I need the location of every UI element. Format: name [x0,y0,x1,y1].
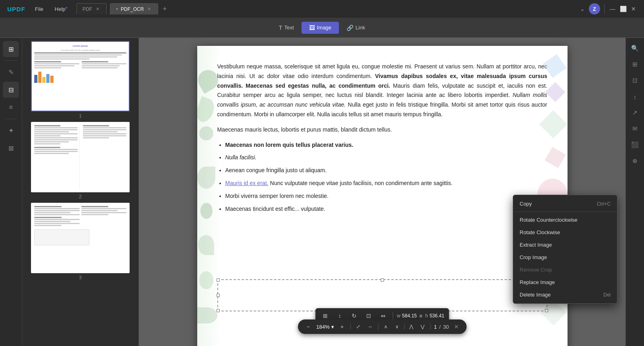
fit-page-button[interactable]: ⤢ [354,322,363,331]
context-delete[interactable]: Delete Image Del [513,288,617,301]
context-copy[interactable]: Copy Ctrl+C [513,198,617,210]
thumb-img-3 [31,203,130,273]
fit-width-button[interactable]: ↔ [366,322,375,331]
close-zoom-bar[interactable]: ✕ [452,322,461,331]
left-sidebar: ⊞ ✎ ⊟ ≡ ✦ ⊠ [0,38,22,346]
thumb-img-1: Lorem ipsum Lorem ipsum dolor sit amet, … [31,41,130,111]
right-icon-search[interactable]: 🔍 [628,41,642,56]
zoom-sep-1 [350,323,351,330]
thumbnail-1[interactable]: Lorem ipsum Lorem ipsum dolor sit amet, … [25,41,135,119]
zoom-dropdown-icon: ▾ [331,324,334,330]
thumbnail-2[interactable]: 2 [25,122,135,200]
right-icon-extra[interactable]: ⊕ [628,154,642,168]
thumbnail-3[interactable]: 3 [25,203,135,280]
sidebar-icon-ai[interactable]: ✦ [3,122,19,138]
top-right-controls: ⌄ Z — ⬜ ✕ [578,3,641,14]
bullet-1: Maecenas non lorem quis tellus placerat … [225,140,547,150]
tab-dropdown-icon[interactable]: ▾ [116,6,118,12]
sidebar-icon-templates[interactable]: ⊠ [3,140,19,156]
logo-text: UPDF [7,6,25,12]
bullet-5: Morbi viverra semper lorem nec molestie. [225,192,547,201]
selection-handle-tm[interactable] [381,278,384,282]
sidebar-icon-pages[interactable]: ⊞ [3,41,19,57]
copy-shortcut: Ctrl+C [597,201,611,207]
bullet-6-text: Maecenas tincidunt est effic... [225,206,299,212]
selection-handle-br[interactable] [545,309,548,312]
right-icon-redact[interactable]: ⬛ [628,138,642,152]
context-menu: Copy Ctrl+C Rotate Counterclockwise Rota… [513,195,617,304]
zoom-sep-4 [430,323,431,330]
sidebar-icon-organize[interactable]: ≡ [3,99,19,115]
zoom-sep-3 [404,323,405,330]
right-icon-convert[interactable]: ↕ [628,89,642,104]
sidebar-divider-1 [5,60,17,61]
close-button[interactable]: ✕ [630,5,638,13]
page-counter: 1 / 30 [434,324,449,330]
next-page-button[interactable]: ∨ [393,322,402,331]
right-icon-share[interactable]: ↗ [628,105,642,120]
tab-list-button[interactable]: ⌄ [578,5,586,13]
para-1: Vestibulum neque massa, scelerisque sit … [217,62,547,119]
link-tool-button[interactable]: 🔗 Link [339,22,373,34]
para-2: Maecenas mauris lectus, lobortis et puru… [217,125,547,135]
last-page-button[interactable]: ⋁ [418,322,427,331]
top-bar: UPDF File Help● PDF ✕ ▾ PDF_OCR ✕ + ⌄ Z … [0,0,644,18]
context-rotate-cw[interactable]: Rotate Clockwise [513,226,617,239]
edit-toolbar: T Text 🖼 Image 🔗 Link [0,18,644,38]
tab-pdf-ocr-close[interactable]: ✕ [146,6,152,12]
first-page-button[interactable]: ⋀ [407,322,416,331]
current-page: 1 [434,324,437,330]
zoom-out-button[interactable]: − [303,322,313,332]
text-icon: T [279,25,283,31]
user-avatar[interactable]: Z [589,3,600,14]
selection-handle-bl[interactable] [217,309,220,312]
tab-pdf-ocr[interactable]: ▾ PDF_OCR ✕ [110,3,158,14]
zoom-bar: − 184% ▾ + ⤢ ↔ ∧ ∨ ⋀ ⋁ 1 / 30 ✕ [298,319,467,334]
page-navigation: ∧ ∨ ⋀ ⋁ [382,322,427,331]
image-tool-button[interactable]: 🖼 Image [301,22,339,34]
right-sidebar: 🔍 ⊞ ⊡ ↕ ↗ ✉ ⬛ ⊕ [625,38,644,346]
tab-pdf[interactable]: PDF ✕ [76,3,107,14]
bullet-4-cont: Nunc vulputate neque vitae justo facilis… [270,180,453,186]
link-icon: 🔗 [347,25,353,31]
bullet-2: Nulla facilisi. [225,153,547,163]
bullet-list: Maecenas non lorem quis tellus placerat … [225,140,547,214]
image-selection-box[interactable] [217,279,547,311]
bullet-4: Mauris id ex erat. Nunc vulputate neque … [225,179,547,188]
right-icon-compress[interactable]: ⊡ [628,73,642,88]
minimize-button[interactable]: — [609,5,617,13]
sidebar-icon-edit[interactable]: ⊟ [3,82,19,98]
thumb-num-1: 1 [79,113,82,119]
tab-pdf-ocr-label: PDF_OCR [121,6,144,12]
right-icon-stamp[interactable]: ✉ [628,122,642,136]
zoom-in-button[interactable]: + [337,322,347,332]
add-tab-button[interactable]: + [160,4,169,14]
img-toolbar-sep [392,312,393,320]
help-menu[interactable]: Help● [49,3,73,14]
tab-pdf-close[interactable]: ✕ [95,6,101,12]
prev-page-button[interactable]: ∧ [382,322,390,331]
bullet-3: Aenean congue fringilla justo ut aliquam… [225,166,547,175]
right-icon-properties[interactable]: ⊞ [628,57,642,72]
maximize-button[interactable]: ⬜ [619,5,627,13]
pdf-text-content: Vestibulum neque massa, scelerisque sit … [217,62,547,214]
tab-pdf-label: PDF [83,6,92,12]
context-replace[interactable]: Replace Image [513,276,617,288]
context-rotate-ccw[interactable]: Rotate Counterclockwise [513,214,617,226]
pdf-area[interactable]: Vestibulum neque massa, scelerisque sit … [139,38,625,346]
pdf-page: Vestibulum neque massa, scelerisque sit … [197,46,568,346]
context-extract[interactable]: Extract Image [513,239,617,251]
ctx-divider-1 [513,212,617,212]
selection-handle-lm[interactable] [217,294,220,297]
bullet-4-link[interactable]: Mauris id ex erat. [225,180,268,186]
thumbnail-panel: Lorem ipsum Lorem ipsum dolor sit amet, … [22,38,139,346]
zoom-level-display[interactable]: 184% ▾ [316,324,334,330]
selection-handle-tl[interactable] [217,278,220,282]
img-dimensions: w 584.15 ⊗ h 536.41 [397,313,444,319]
text-tool-button[interactable]: T Text [271,22,301,34]
sidebar-icon-comments[interactable]: ✎ [3,64,19,80]
file-menu[interactable]: File [29,4,49,14]
context-crop[interactable]: Crop Image [513,251,617,264]
delete-shortcut: Del [603,292,611,298]
image-icon: 🖼 [309,25,315,31]
